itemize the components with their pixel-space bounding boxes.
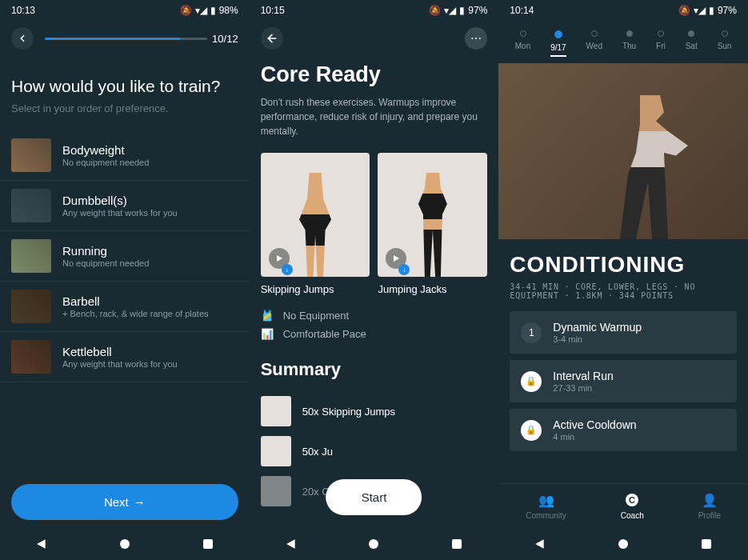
exercise-image: ↓ [261,153,370,277]
system-nav [250,528,499,560]
phase-name: Dynamic Warmup [553,321,726,334]
page-title: How would you like to train? [0,61,250,102]
svg-point-0 [120,539,130,549]
phase-cooldown[interactable]: 🔒 Active Cooldown 4 min [510,409,737,451]
mute-icon: 🔕 [180,5,192,16]
status-bar: 10:15 🔕 ▾◢ ▮ 97% [250,0,499,21]
lock-icon: 🔒 [521,420,542,441]
training-name: Dumbbell(s) [62,194,238,207]
day-tue[interactable]: 9/17 [550,30,566,57]
battery-text: 97% [718,5,737,16]
battery-icon: ▮ [459,5,465,16]
meta-text: No Equipment [283,310,349,322]
back-button[interactable] [11,27,34,50]
training-thumb [11,138,51,172]
training-item-bodyweight[interactable]: Bodyweight No equipment needed [0,130,250,181]
training-thumb [11,290,51,323]
day-sat[interactable]: Sat [686,30,698,57]
status-icons: 🔕 ▾◢ ▮ 98% [180,5,238,16]
progress-text: 10/12 [212,33,238,45]
bottom-tabs: 👥 Community C Coach 👤 Profile [498,483,748,528]
summary-item[interactable]: 50x Ju [250,431,499,471]
day-sun[interactable]: Sun [718,30,732,57]
status-bar: 10:14 🔕 ▾◢ ▮ 97% [498,0,748,21]
progress-indicator: 10/12 [45,33,238,45]
tab-profile[interactable]: 👤 Profile [698,492,721,520]
exercise-name: Jumping Jacks [378,283,487,295]
day-mon[interactable]: Mon [515,30,530,57]
workout-hero-image [498,63,748,239]
training-list: Bodyweight No equipment needed Dumbbell(… [0,130,250,484]
nav-back[interactable] [534,538,546,550]
training-item-kettlebell[interactable]: Kettlebell Any weight that works for you [0,332,250,382]
training-desc: No equipment needed [62,258,238,268]
day-fri[interactable]: Fri [656,30,666,57]
status-bar: 10:13 🔕 ▾◢ ▮ 98% [0,0,250,21]
session-title: CONDITIONING [498,239,748,282]
next-button[interactable]: Next → [11,484,238,520]
progress-bar [45,38,207,40]
tab-coach[interactable]: C Coach [621,492,644,520]
page-subtitle: Select in your order of preference. [0,102,250,130]
training-desc: Any weight that works for you [62,208,238,218]
exercise-card[interactable]: ↓ Jumping Jacks [378,153,487,295]
exercise-carousel[interactable]: ↓ Skipping Jumps ↓ Jumping Jacks [250,153,499,295]
screen-coach: 10:14 🔕 ▾◢ ▮ 97% Mon 9/17 Wed Thu Fri Sa… [498,0,748,560]
play-icon [392,254,400,262]
nav-back[interactable] [35,538,48,550]
meta-text: Comfortable Pace [283,328,366,340]
week-selector: Mon 9/17 Wed Thu Fri Sat Sun [498,21,748,63]
nav-recent[interactable] [202,538,214,550]
phase-name: Active Cooldown [553,418,726,431]
nav-recent[interactable] [450,538,463,550]
mute-icon: 🔕 [429,5,441,16]
nav-home[interactable] [617,538,630,550]
play-icon [275,254,283,262]
training-desc: Any weight that works for you [62,359,238,369]
back-button[interactable] [261,27,283,50]
svg-rect-7 [702,539,711,549]
battery-text: 98% [219,5,238,16]
workout-description: Don't rush these exercises. Warmups impr… [250,95,499,153]
session-meta: 34-41 MIN · CORE, LOWER, LEGS · NO EQUIP… [498,282,748,311]
people-icon: 👥 [538,492,554,508]
screen-onboarding: 10:13 🔕 ▾◢ ▮ 98% 10/12 How would you lik… [0,0,250,560]
wifi-icon: ▾◢ [694,5,706,16]
training-name: Running [62,244,238,258]
training-item-dumbbell[interactable]: Dumbbell(s) Any weight that works for yo… [0,181,250,231]
system-nav [498,528,748,560]
phase-interval-run[interactable]: 🔒 Interval Run 27-33 min [510,360,737,402]
phase-time: 27-33 min [553,383,726,393]
training-item-running[interactable]: Running No equipment needed [0,231,250,282]
status-time: 10:15 [261,5,285,16]
phase-badge: 1 [521,322,542,343]
more-button[interactable]: ⋯ [465,27,487,50]
nav-home[interactable] [118,538,131,550]
svg-text:C: C [629,495,635,505]
next-label: Next [104,495,129,509]
workout-title: Core Ready [250,58,499,95]
more-icon: ⋯ [470,32,482,45]
start-button[interactable]: Start [326,479,422,515]
status-icons: 🔕 ▾◢ ▮ 97% [429,5,487,16]
mute-icon: 🔕 [678,5,690,16]
phase-warmup[interactable]: 1 Dynamic Warmup 3-4 min [510,311,737,354]
day-thu[interactable]: Thu [622,30,636,57]
nav-home[interactable] [367,538,380,550]
tab-community[interactable]: 👥 Community [526,492,566,520]
phase-time: 3-4 min [553,334,726,344]
battery-text: 97% [468,5,487,16]
phase-list: 1 Dynamic Warmup 3-4 min 🔒 Interval Run … [498,311,748,451]
training-item-barbell[interactable]: Barbell + Bench, rack, & wide range of p… [0,282,250,332]
battery-icon: ▮ [709,5,714,16]
nav-back[interactable] [285,538,298,550]
meta-equipment: 🎽 No Equipment [250,295,499,325]
download-icon: ↓ [282,264,293,275]
coach-icon: C [624,492,640,508]
summary-item[interactable]: 50x Skipping Jumps [250,391,499,431]
exercise-card[interactable]: ↓ Skipping Jumps [261,153,370,295]
nav-recent[interactable] [700,538,713,550]
wifi-icon: ▾◢ [195,5,207,16]
day-wed[interactable]: Wed [586,30,602,57]
training-name: Bodyweight [62,143,238,157]
